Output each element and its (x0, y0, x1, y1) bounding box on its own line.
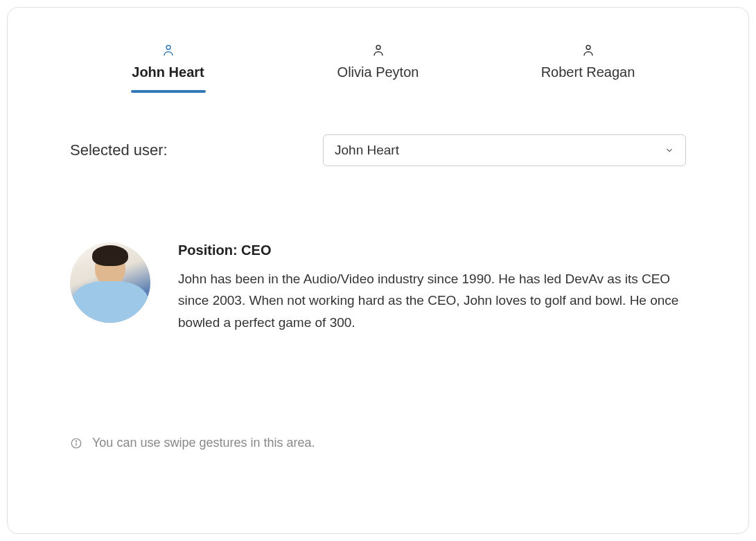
tab-label: John Heart (132, 64, 204, 80)
position-line: Position: CEO (178, 242, 686, 258)
user-icon (160, 42, 177, 59)
user-details-area[interactable]: Position: CEO John has been in the Audio… (8, 166, 748, 333)
svg-point-2 (586, 45, 590, 49)
tab-robert-reagan[interactable]: Robert Reagan (519, 42, 658, 93)
tab-olivia-peyton[interactable]: Olivia Peyton (309, 42, 448, 93)
user-icon (370, 42, 387, 59)
svg-point-1 (376, 45, 380, 49)
selected-user-label: Selected user: (70, 141, 323, 159)
chevron-down-icon (665, 145, 674, 155)
demo-panel: John Heart Olivia Peyton Robert Reagan S… (7, 7, 749, 534)
svg-point-5 (76, 441, 76, 441)
avatar (70, 242, 150, 323)
selected-user-row: Selected user: John Heart (8, 93, 748, 166)
select-value: John Heart (335, 143, 399, 158)
hint-text: You can use swipe gestures in this area. (92, 436, 315, 450)
info-icon (70, 437, 82, 450)
user-details: Position: CEO John has been in the Audio… (178, 242, 686, 333)
user-select-dropdown[interactable]: John Heart (323, 134, 686, 166)
swipe-hint: You can use swipe gestures in this area. (70, 436, 315, 450)
position-value: CEO (241, 242, 271, 258)
position-label: Position: (178, 242, 238, 258)
tab-label: Robert Reagan (541, 64, 635, 80)
user-icon (580, 42, 597, 59)
tabs-bar: John Heart Olivia Peyton Robert Reagan (8, 8, 748, 93)
tab-john-heart[interactable]: John Heart (99, 42, 238, 93)
svg-point-0 (166, 45, 170, 49)
tab-label: Olivia Peyton (337, 64, 419, 80)
user-bio: John has been in the Audio/Video industr… (178, 268, 686, 333)
